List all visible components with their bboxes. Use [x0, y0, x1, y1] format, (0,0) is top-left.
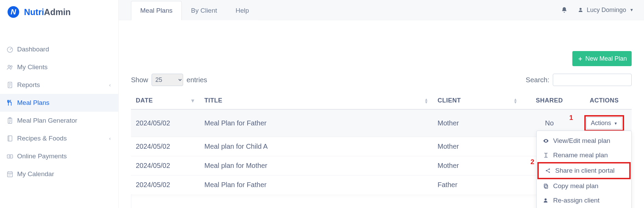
- book-icon: [6, 135, 17, 142]
- sidebar-item-label: Recipes & Foods: [17, 135, 109, 142]
- search-label: Search:: [526, 76, 549, 84]
- menu-copy[interactable]: Copy meal plan: [537, 179, 631, 193]
- svg-rect-14: [544, 184, 547, 187]
- sidebar-item-reports[interactable]: Reports ‹: [0, 76, 118, 94]
- column-header-date[interactable]: DATE ▾: [131, 92, 200, 109]
- cell-client: Father: [433, 175, 522, 195]
- cell-client: Mother: [433, 109, 522, 137]
- page-size-select[interactable]: 25: [152, 74, 183, 86]
- clipboard-icon: [6, 117, 17, 124]
- sidebar-item-label: Dashboard: [17, 46, 111, 53]
- svg-point-2: [11, 66, 12, 68]
- sidebar-item-label: Meal Plans: [17, 99, 111, 107]
- sort-desc-icon: ▾: [191, 99, 194, 102]
- menu-view-edit[interactable]: View/Edit meal plan: [537, 134, 631, 148]
- brand-name: NutriAdmin: [24, 7, 71, 17]
- svg-point-8: [9, 156, 11, 157]
- row-actions-menu: View/Edit meal plan Rename meal plan Sha…: [536, 131, 632, 208]
- user-menu[interactable]: Lucy Domingo ▼: [578, 7, 634, 14]
- plus-icon: ＋: [577, 54, 583, 63]
- sidebar: N NutriAdmin Dashboard My Clients: [0, 0, 119, 208]
- cell-date: 2024/05/02: [131, 175, 200, 195]
- search-input[interactable]: [553, 74, 632, 86]
- sidebar-item-label: My Calendar: [17, 170, 111, 178]
- svg-rect-7: [7, 155, 13, 158]
- user-icon: [543, 197, 550, 204]
- show-label: Show: [131, 76, 148, 84]
- row-actions-button[interactable]: Actions ▼: [586, 117, 622, 129]
- svg-point-1: [8, 65, 10, 67]
- menu-rename[interactable]: Rename meal plan: [537, 148, 631, 162]
- calendar-icon: [6, 170, 17, 178]
- gauge-icon: [6, 46, 17, 53]
- copy-icon: [543, 183, 550, 189]
- user-name: Lucy Domingo: [587, 7, 626, 14]
- column-header-actions: ACTIONS: [577, 92, 632, 109]
- users-icon: [6, 63, 17, 71]
- annotation-2: 2: [530, 158, 534, 166]
- sidebar-item-label: Online Payments: [17, 152, 111, 160]
- tab-help[interactable]: Help: [226, 1, 258, 20]
- menu-share-client-portal[interactable]: Share in client portal: [537, 162, 631, 179]
- chevron-left-icon: ‹: [109, 82, 111, 88]
- sidebar-item-recipes-foods[interactable]: Recipes & Foods ‹: [0, 130, 118, 147]
- column-header-shared[interactable]: SHARED: [522, 92, 577, 109]
- sidebar-item-label: My Clients: [17, 63, 111, 71]
- cell-date: 2024/05/02: [131, 137, 200, 156]
- eye-icon: [543, 138, 550, 144]
- column-header-client[interactable]: CLIENT ▴▾: [433, 92, 522, 109]
- caret-down-icon: ▼: [630, 8, 634, 12]
- tab-by-client[interactable]: By Client: [182, 1, 226, 20]
- svg-rect-6: [8, 136, 12, 141]
- file-icon: [6, 81, 17, 89]
- share-icon: [545, 168, 552, 174]
- column-header-title[interactable]: TITLE ▴▾: [200, 92, 433, 109]
- sidebar-item-label: Meal Plan Generator: [17, 117, 111, 124]
- sidebar-item-my-calendar[interactable]: My Calendar: [0, 165, 118, 183]
- entries-label: entries: [187, 76, 207, 84]
- bell-icon[interactable]: [561, 7, 568, 13]
- utensils-icon: [6, 99, 17, 107]
- sidebar-item-online-payments[interactable]: Online Payments: [0, 147, 118, 165]
- annotation-1: 1: [569, 114, 573, 122]
- cell-client: Mother: [433, 156, 522, 175]
- brand[interactable]: N NutriAdmin: [0, 5, 118, 23]
- svg-rect-13: [545, 185, 548, 188]
- cell-title: Meal plan for Child A: [200, 137, 433, 156]
- cell-title: Meal Plan for Father: [200, 175, 433, 195]
- user-icon: [578, 7, 583, 13]
- content: ＋ New Meal Plan Show 25 entries Search:: [119, 20, 644, 208]
- new-meal-plan-button[interactable]: ＋ New Meal Plan: [572, 51, 632, 66]
- cell-title: Meal Plan for Father: [200, 109, 433, 137]
- cell-title: Meal plan for Mother: [200, 156, 433, 175]
- sidebar-nav: Dashboard My Clients Reports ‹ Meal: [0, 40, 118, 183]
- text-cursor-icon: [543, 152, 550, 158]
- cash-icon: [6, 152, 17, 160]
- sidebar-item-my-clients[interactable]: My Clients: [0, 58, 118, 76]
- sidebar-item-meal-plan-generator[interactable]: Meal Plan Generator: [0, 112, 118, 130]
- sort-icon: ▴▾: [514, 98, 517, 103]
- sidebar-item-dashboard[interactable]: Dashboard: [0, 40, 118, 58]
- topbar: Meal Plans Meal Plans By Client Help Luc…: [119, 0, 644, 20]
- sidebar-item-label: Reports: [17, 81, 109, 89]
- tab-meal-plans[interactable]: Meal Plans: [131, 1, 182, 20]
- cell-client: Mother: [433, 137, 522, 156]
- sidebar-item-meal-plans[interactable]: Meal Plans: [0, 94, 118, 112]
- cell-date: 2024/05/02: [131, 156, 200, 175]
- caret-down-icon: ▼: [614, 121, 618, 125]
- tabs: Meal Plans By Client Help: [131, 1, 258, 20]
- cell-date: 2024/05/02: [131, 109, 200, 137]
- menu-reassign[interactable]: Re-assign client: [537, 193, 631, 208]
- sort-icon: ▴▾: [425, 98, 428, 103]
- brand-logo: N: [8, 6, 19, 18]
- chevron-left-icon: ‹: [109, 136, 111, 141]
